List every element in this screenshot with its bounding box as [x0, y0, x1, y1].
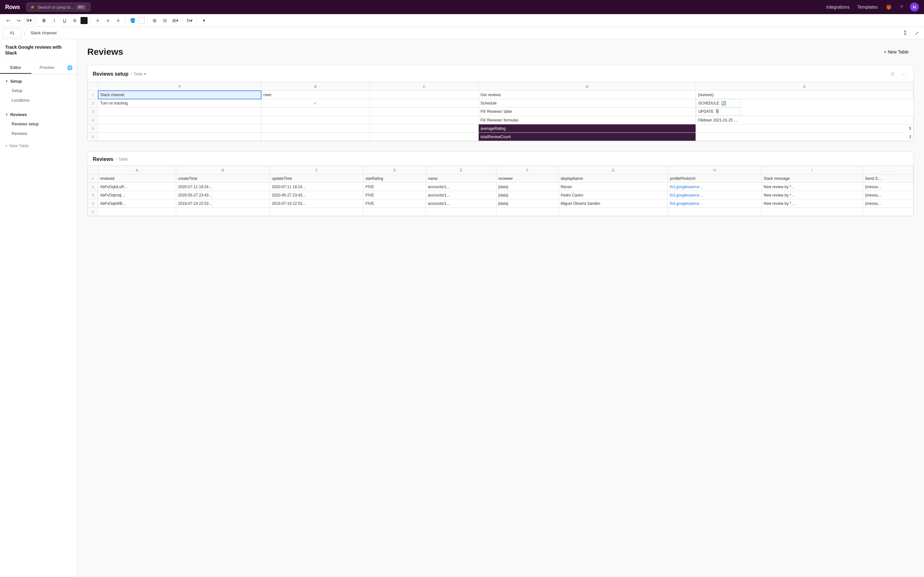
cell-b6[interactable] — [261, 133, 370, 141]
r-h5[interactable] — [668, 208, 762, 216]
cell-d2[interactable]: Schedule — [478, 99, 696, 108]
r-f4[interactable]: {data} — [496, 199, 559, 208]
more-options-icon[interactable]: ··· — [899, 69, 908, 79]
avatar[interactable]: H — [910, 3, 919, 11]
cell-color-picker[interactable] — [138, 17, 145, 24]
cell-d3[interactable]: Fill 'Reviews' table — [478, 107, 696, 116]
reviews-col-a[interactable]: A — [98, 166, 176, 174]
reviews-col-g[interactable]: G — [559, 166, 668, 174]
cell-d1[interactable]: Get reviews — [478, 91, 696, 99]
col-header-b[interactable]: B — [261, 82, 370, 91]
sidebar-add-table[interactable]: + New Table — [0, 141, 77, 150]
cell-c1[interactable] — [370, 91, 478, 99]
align-left-button[interactable]: ≡ — [93, 16, 102, 25]
nav-integrations[interactable]: Integrations — [826, 5, 850, 10]
column-settings-button[interactable]: ⊞▾ — [171, 16, 180, 25]
paint-bucket-button[interactable]: 🪣 — [128, 16, 137, 25]
r-b3[interactable]: 2020-05-27 23:43… — [176, 191, 270, 199]
r-j5[interactable] — [863, 208, 913, 216]
r-c2[interactable]: 2020-07-11 18:24… — [270, 183, 363, 191]
r-h2[interactable]: lh3.googleuserce… — [668, 183, 762, 191]
align-center-button[interactable]: ≡ — [103, 16, 112, 25]
r-j2[interactable]: {messa… — [863, 183, 913, 191]
r-f1[interactable]: reviewer — [496, 174, 559, 183]
r-a1[interactable]: reviewId — [98, 174, 176, 183]
cell-a4[interactable] — [98, 116, 261, 124]
r-f3[interactable]: {data} — [496, 191, 559, 199]
r-g4[interactable]: Miguel Oliveira Sandim — [559, 199, 668, 208]
r-i2[interactable]: New review by *… — [762, 183, 863, 191]
cell-value[interactable]: Slack channel — [28, 31, 898, 35]
col-header-d[interactable]: D — [478, 82, 696, 91]
cell-b5[interactable] — [261, 124, 370, 133]
cell-c2[interactable] — [370, 99, 478, 108]
formula-button[interactable]: fx▾ — [185, 16, 194, 25]
cell-b3[interactable] — [261, 107, 370, 116]
r-d1[interactable]: starRating — [363, 174, 426, 183]
r-g1[interactable]: displayName — [559, 174, 668, 183]
r-e3[interactable]: accounts/1… — [426, 191, 496, 199]
split-view-button[interactable]: ⊟ — [160, 16, 170, 25]
r-b1[interactable]: createTime — [176, 174, 270, 183]
r-b2[interactable]: 2020-07-11 18:24… — [176, 183, 270, 191]
nav-templates[interactable]: Templates — [857, 5, 878, 10]
cell-d6[interactable]: totalReviewCount — [478, 133, 696, 141]
r-i5[interactable] — [762, 208, 863, 216]
cell-a2[interactable]: Turn on tracking — [98, 99, 261, 108]
search-bar[interactable]: ⚡ Search or jump to... ⌘K — [26, 3, 90, 11]
r-j1[interactable]: Send S… — [863, 174, 913, 183]
r-a4[interactable]: AbFvOqkWB… — [98, 199, 176, 208]
cell-a6[interactable] — [98, 133, 261, 141]
sidebar-item-reviews-setup[interactable]: Reviews setup — [1, 119, 75, 129]
r-h1[interactable]: profilePhotoUrl — [668, 174, 762, 183]
r-c1[interactable]: updateTime — [270, 174, 363, 183]
r-g5[interactable] — [559, 208, 668, 216]
col-header-a[interactable]: A — [98, 82, 261, 91]
r-e4[interactable]: accounts/1… — [426, 199, 496, 208]
cell-e1[interactable]: {reviews} — [696, 91, 913, 99]
r-a5[interactable] — [98, 208, 176, 216]
app-logo[interactable]: Rows — [5, 4, 20, 11]
cell-b2[interactable]: ✓ — [261, 99, 370, 108]
r-a2[interactable]: AbFvOqkiLuR… — [98, 183, 176, 191]
sidebar-section-header-setup[interactable]: ▼ Setup — [0, 77, 77, 85]
filter-icon[interactable]: ▽ — [888, 69, 897, 79]
cell-e4[interactable]: Filldown 2021-01-25 … — [696, 116, 913, 124]
reviews-col-c[interactable]: C — [270, 166, 363, 174]
font-size-selector[interactable]: 9 ▾ — [24, 16, 34, 25]
cell-e6[interactable]: 3 — [696, 133, 913, 141]
cell-reference[interactable]: A1 — [3, 29, 22, 37]
globe-icon[interactable]: 🌐 — [65, 63, 74, 72]
r-e2[interactable]: accounts/1… — [426, 183, 496, 191]
cell-c4[interactable] — [370, 116, 478, 124]
cell-b4[interactable] — [261, 116, 370, 124]
reviews-col-b[interactable]: B — [176, 166, 270, 174]
cell-d5[interactable]: averageRating — [478, 124, 696, 133]
cell-a5[interactable] — [98, 124, 261, 133]
r-d2[interactable]: FIVE — [363, 183, 426, 191]
italic-button[interactable]: I — [50, 16, 59, 25]
r-g3[interactable]: Pedro Castro — [559, 191, 668, 199]
cell-c3[interactable] — [370, 107, 478, 116]
r-b5[interactable] — [176, 208, 270, 216]
r-f2[interactable]: {data} — [496, 183, 559, 191]
r-b4[interactable]: 2019-07-19 22:53… — [176, 199, 270, 208]
r-d3[interactable]: FIVE — [363, 191, 426, 199]
reviews-col-j[interactable]: … — [863, 166, 913, 174]
expand-formula-icon[interactable]: ⤢ — [913, 29, 921, 37]
r-f5[interactable] — [496, 208, 559, 216]
sidebar-item-reviews[interactable]: Reviews — [1, 129, 75, 138]
sidebar-section-header-reviews[interactable]: ▼ Reviews — [0, 110, 77, 119]
cell-e2[interactable]: SCHEDULE 🔄 — [696, 99, 741, 107]
r-j3[interactable]: {messa… — [863, 191, 913, 199]
cell-e5[interactable]: 5 — [696, 124, 913, 133]
gift-icon[interactable]: 🎁 — [884, 3, 893, 11]
r-c4[interactable]: 2019-07-19 22:53… — [270, 199, 363, 208]
reviews-col-h[interactable]: H — [668, 166, 762, 174]
r-e5[interactable] — [426, 208, 496, 216]
text-color-picker[interactable] — [81, 17, 87, 24]
underline-button[interactable]: U — [60, 16, 69, 25]
reviews-col-i[interactable]: I — [762, 166, 863, 174]
cell-d4[interactable]: Fill 'Reviews' formulas — [478, 116, 696, 124]
sum-icon[interactable]: Σ — [901, 29, 910, 37]
